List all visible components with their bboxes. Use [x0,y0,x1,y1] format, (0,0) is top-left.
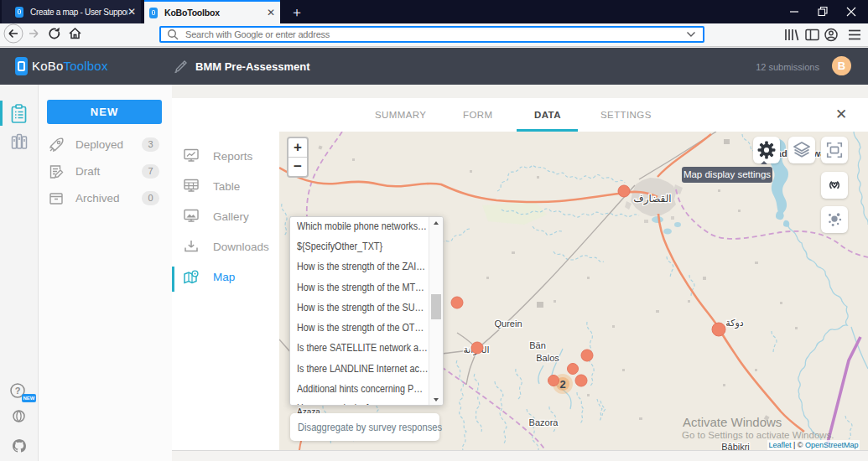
svg-text:Balos: Balos [536,353,559,363]
svg-text:القضارف: القضارف [633,193,671,205]
svg-text:Bâbikri: Bâbikri [721,442,750,450]
svg-text:Bän: Bän [529,340,546,350]
svg-text:2: 2 [559,378,565,391]
svg-text:?: ? [15,386,21,396]
svg-text:Bazora: Bazora [529,417,559,427]
svg-text:Qurein: Qurein [494,319,522,329]
svg-text:دوكة: دوكة [725,318,743,329]
